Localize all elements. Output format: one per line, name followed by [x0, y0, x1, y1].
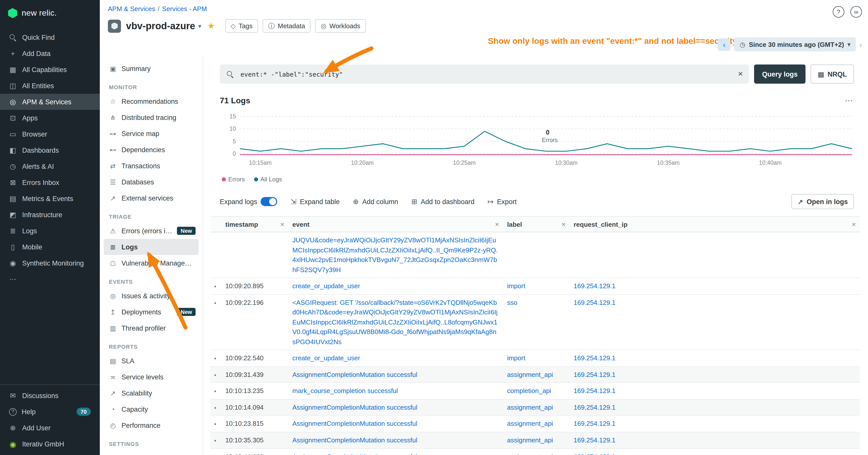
newrelic-logo[interactable]: new relic.	[0, 0, 100, 26]
log-event-link[interactable]: AssignmentCompletionMutation successful	[292, 420, 417, 427]
remove-column-icon[interactable]: ×	[492, 220, 499, 228]
subnav-item-scalability[interactable]: ↗ Scalability	[104, 385, 198, 401]
remove-column-icon[interactable]: ×	[849, 220, 856, 228]
subnav-item-errors-inbox[interactable]: ⚠ Errors (errors inb... New	[104, 223, 198, 239]
permalink-icon[interactable]: ∞	[850, 6, 862, 18]
subnav-item-capacity[interactable]: ◔ Capacity	[104, 401, 198, 417]
more-menu-icon[interactable]: ⋯	[845, 96, 854, 105]
subnav-item-vulnerability-management[interactable]: ☖ Vulnerability Management	[104, 255, 198, 271]
log-event-link[interactable]: AssignmentCompletionMutation successful	[292, 436, 417, 444]
row-select-icon[interactable]: ▪	[214, 355, 216, 361]
log-label-link[interactable]: assignment_api	[507, 436, 553, 444]
sidebar-item-account[interactable]: ◉ Iterativ GmbH	[0, 436, 100, 452]
clear-query-icon[interactable]: ×	[738, 69, 743, 79]
log-label-link[interactable]: assignment_api	[507, 420, 553, 427]
sidebar-item-apm-services[interactable]: ◎ APM & Services	[0, 94, 100, 110]
subnav-item-issues-activity[interactable]: ◎ Issues & activity	[104, 288, 198, 304]
log-label-link[interactable]: import	[507, 354, 525, 362]
row-select-icon[interactable]: ▪	[214, 371, 216, 378]
time-forward-button[interactable]: ›	[860, 40, 862, 48]
log-row[interactable]: ▪ 10:10:35.305 AssignmentCompletionMutat…	[210, 432, 860, 449]
log-row[interactable]: ▪ 10:10:23.815 AssignmentCompletionMutat…	[210, 416, 860, 432]
sidebar-item-add-data[interactable]: + Add Data	[0, 45, 100, 62]
sidebar-item-help[interactable]: ? Help 70	[0, 403, 100, 420]
row-select-icon[interactable]: ▪	[214, 404, 216, 411]
subnav-item-distributed-tracing[interactable]: ⋔ Distributed tracing	[104, 109, 198, 126]
time-picker[interactable]: ◷ Since 30 minutes ago (GMT+2) ▾	[734, 37, 856, 52]
breadcrumb-services-apm[interactable]: Services - APM	[162, 5, 207, 12]
sidebar-item-synthetic[interactable]: ◉ Synthetic Monitoring	[0, 255, 100, 271]
sidebar-item-discussions[interactable]: ✉ Discussions	[0, 388, 100, 403]
log-ip-link[interactable]: 169.254.129.1	[574, 354, 616, 362]
log-row[interactable]: ▪ 10:09:20.895 create_or_update_user imp…	[210, 278, 860, 294]
nrql-button[interactable]: ▤ NRQL	[811, 65, 854, 84]
subnav-item-sla[interactable]: ▤ SLA	[104, 353, 198, 369]
log-event-link[interactable]: <ASGIRequest: GET '/sso/callback/?state=…	[292, 298, 497, 346]
tags-button[interactable]: ◇ Tags	[225, 19, 258, 33]
subnav-item-external-services[interactable]: ↗ External services	[104, 190, 198, 206]
subnav-item-transactions[interactable]: ⇄ Transactions	[104, 158, 198, 174]
log-ip-link[interactable]: 169.254.129.1	[574, 387, 616, 395]
export-button[interactable]: ↦ Export	[488, 198, 517, 205]
log-ip-link[interactable]: 169.254.129.1	[574, 370, 616, 378]
subnav-item-service-levels[interactable]: ≍ Service levels	[104, 369, 198, 385]
log-label-link[interactable]: import	[507, 282, 525, 290]
sidebar-item-metrics-events[interactable]: ▤ Metrics & Events	[0, 191, 100, 206]
expand-logs-toggle[interactable]	[261, 197, 278, 206]
log-ip-link[interactable]: 169.254.129.1	[574, 420, 616, 427]
log-ip-link[interactable]: 169.254.129.1	[574, 298, 616, 306]
row-select-icon[interactable]: ▪	[214, 454, 216, 455]
log-label-link[interactable]: assignment_api	[507, 370, 553, 378]
row-select-icon[interactable]: ▪	[214, 299, 216, 305]
metadata-button[interactable]: ⓘ Metadata	[262, 19, 310, 33]
column-header[interactable]: label ×	[503, 217, 569, 232]
subnav-item-summary[interactable]: ▣ Summary	[104, 61, 198, 76]
log-event-link[interactable]: mark_course_completion successful	[292, 387, 398, 395]
open-in-logs-button[interactable]: ↗ Open in logs	[792, 194, 854, 209]
column-header[interactable]: timestamp ×	[221, 217, 288, 232]
legend-errors[interactable]: Errors	[222, 176, 245, 183]
breadcrumb-apm-services[interactable]: APM & Services	[108, 5, 155, 12]
entity-name[interactable]: vbv-prod-azure	[126, 21, 195, 32]
row-select-icon[interactable]: ▪	[214, 388, 216, 394]
entity-dropdown-caret-icon[interactable]: ▾	[198, 23, 202, 30]
workloads-button[interactable]: ◎ Workloads	[315, 19, 366, 33]
row-select-icon[interactable]: ▪	[214, 283, 216, 289]
sidebar-item-infrastructure[interactable]: ◩ Infrastructure	[0, 206, 100, 223]
log-label-link[interactable]: sso	[507, 298, 517, 306]
sidebar-item-errors-inbox[interactable]: ⊠ Errors Inbox	[0, 174, 100, 191]
subnav-item-logs[interactable]: ≣ Logs	[104, 239, 198, 255]
log-label-link[interactable]: assignment_api	[507, 453, 553, 455]
sidebar-item-more[interactable]: ⋯	[0, 271, 100, 287]
subnav-item-databases[interactable]: ☰ Databases	[104, 174, 198, 190]
sidebar-item-add-user[interactable]: ⊕ Add User	[0, 420, 100, 436]
log-event-link[interactable]: JUQVU&code=eyJraWQiOiJjcGItY29yZV8wOTl1M…	[292, 236, 498, 273]
remove-column-icon[interactable]: ×	[558, 220, 565, 228]
log-row[interactable]: ▪ 10:10:44.066 AssignmentCompletionMutat…	[210, 449, 860, 455]
sidebar-item-browser[interactable]: ▭ Browser	[0, 126, 100, 142]
log-label-link[interactable]: completion_api	[507, 387, 551, 395]
row-select-icon[interactable]: ▪	[214, 421, 216, 427]
log-ip-link[interactable]: 169.254.129.1	[574, 453, 616, 455]
query-input[interactable]	[240, 70, 733, 78]
sidebar-item-logs[interactable]: ≣ Logs	[0, 223, 100, 239]
log-event-link[interactable]: AssignmentCompletionMutation successful	[292, 453, 417, 455]
column-header[interactable]: event ×	[288, 217, 503, 232]
help-circle-icon[interactable]: ?	[833, 6, 844, 18]
subnav-item-performance[interactable]: ◴ Performance	[104, 417, 198, 433]
log-label-link[interactable]: assignment_api	[507, 403, 553, 411]
legend-all-logs[interactable]: All Logs	[254, 176, 282, 183]
query-logs-button[interactable]: Query logs	[754, 65, 806, 84]
log-ip-link[interactable]: 169.254.129.1	[574, 282, 616, 290]
favorite-star-icon[interactable]: ★	[208, 21, 215, 31]
log-row[interactable]: ▪ 10:09:31.439 AssignmentCompletionMutat…	[210, 366, 860, 383]
add-to-dashboard-button[interactable]: ⊞ Add to dashboard	[411, 198, 474, 205]
subnav-item-recommendations[interactable]: ☆ Recommendations	[104, 93, 198, 109]
sidebar-item-all-entities[interactable]: ◫ All Entities	[0, 77, 100, 94]
remove-column-icon[interactable]: ×	[277, 220, 284, 228]
subnav-item-dependencies[interactable]: ⊷ Dependencies	[104, 141, 198, 158]
sidebar-item-apps[interactable]: ⊡ Apps	[0, 110, 100, 126]
log-row[interactable]: ▪ 10:10:14.094 AssignmentCompletionMutat…	[210, 399, 860, 416]
log-row[interactable]: ▪ 10:10:13.235 mark_course_completion su…	[210, 383, 860, 399]
sidebar-item-all-capabilities[interactable]: ▦ All Capabilities	[0, 62, 100, 77]
